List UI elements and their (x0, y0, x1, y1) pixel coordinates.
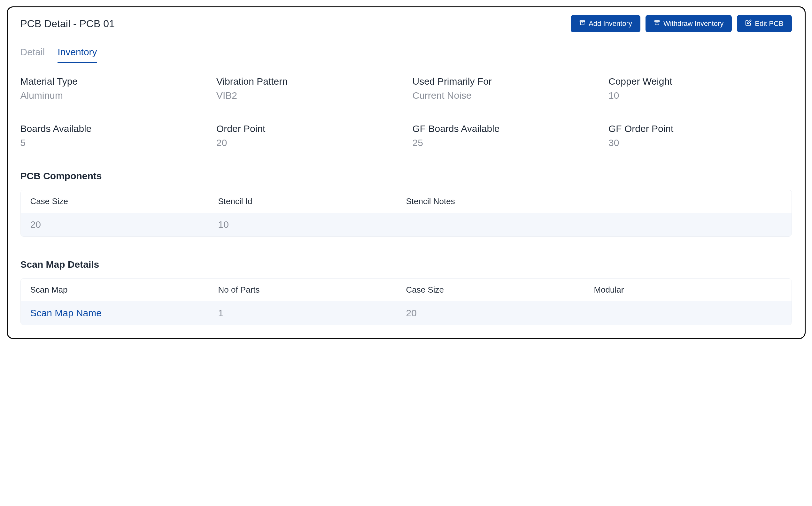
svg-rect-0 (580, 20, 585, 21)
th-scan-map: Scan Map (30, 285, 218, 295)
field-gf-order-point: GF Order Point 30 (608, 123, 792, 148)
table-header: Scan Map No of Parts Case Size Modular (21, 278, 792, 301)
td-stencil-id: 10 (218, 219, 406, 230)
page-title: PCB Detail - PCB 01 (20, 18, 115, 30)
th-stencil-id: Stencil Id (218, 196, 406, 206)
field-value: 5 (20, 137, 204, 148)
field-boards-available: Boards Available 5 (20, 123, 204, 148)
field-label: GF Order Point (608, 123, 792, 134)
table-row: Scan Map Name 1 20 (21, 301, 792, 325)
table-row: 20 10 (21, 213, 792, 236)
th-stencil-notes: Stencil Notes (406, 196, 782, 206)
scan-map-title: Scan Map Details (20, 259, 792, 270)
field-vibration-pattern: Vibration Pattern VIB2 (216, 76, 400, 101)
archive-box-icon (579, 19, 585, 28)
field-label: Material Type (20, 76, 204, 87)
field-label: Vibration Pattern (216, 76, 400, 87)
field-gf-boards-available: GF Boards Available 25 (413, 123, 596, 148)
header: PCB Detail - PCB 01 Add Inventory Withdr… (8, 7, 805, 40)
field-value: 30 (608, 137, 792, 148)
field-value: Current Noise (413, 90, 596, 101)
svg-rect-2 (654, 20, 659, 21)
table-header: Case Size Stencil Id Stencil Notes (21, 190, 792, 213)
field-label: Copper Weight (608, 76, 792, 87)
field-order-point: Order Point 20 (216, 123, 400, 148)
edit-pcb-button[interactable]: Edit PCB (737, 15, 792, 32)
td-no-of-parts: 1 (218, 308, 406, 319)
pcb-detail-card: PCB Detail - PCB 01 Add Inventory Withdr… (7, 6, 806, 339)
field-value: 25 (413, 137, 596, 148)
th-modular: Modular (594, 285, 782, 295)
withdraw-inventory-label: Withdraw Inventory (663, 19, 724, 28)
add-inventory-label: Add Inventory (589, 19, 632, 28)
td-case-size: 20 (406, 308, 594, 319)
field-copper-weight: Copper Weight 10 (608, 76, 792, 101)
field-value: VIB2 (216, 90, 400, 101)
edit-pcb-label: Edit PCB (755, 19, 783, 28)
components-title: PCB Components (20, 171, 792, 181)
field-label: Order Point (216, 123, 400, 134)
field-label: Boards Available (20, 123, 204, 134)
edit-icon (745, 19, 752, 28)
th-case-size: Case Size (30, 196, 218, 206)
field-value: 10 (608, 90, 792, 101)
add-inventory-button[interactable]: Add Inventory (571, 15, 640, 32)
content: Material Type Aluminum Vibration Pattern… (8, 63, 805, 338)
tab-inventory[interactable]: Inventory (58, 47, 97, 63)
archive-box-icon (654, 19, 660, 28)
components-table: Case Size Stencil Id Stencil Notes 20 10 (20, 190, 792, 237)
tabs: Detail Inventory (8, 40, 805, 63)
scan-map-table: Scan Map No of Parts Case Size Modular S… (20, 278, 792, 325)
withdraw-inventory-button[interactable]: Withdraw Inventory (646, 15, 732, 32)
header-actions: Add Inventory Withdraw Inventory Edit PC… (571, 15, 792, 32)
field-label: GF Boards Available (413, 123, 596, 134)
td-case-size: 20 (30, 219, 218, 230)
field-value: 20 (216, 137, 400, 148)
th-no-of-parts: No of Parts (218, 285, 406, 295)
field-material-type: Material Type Aluminum (20, 76, 204, 101)
field-label: Used Primarily For (413, 76, 596, 87)
td-scan-map-link[interactable]: Scan Map Name (30, 308, 218, 319)
fields-grid: Material Type Aluminum Vibration Pattern… (20, 76, 792, 148)
th-case-size: Case Size (406, 285, 594, 295)
field-used-primarily-for: Used Primarily For Current Noise (413, 76, 596, 101)
field-value: Aluminum (20, 90, 204, 101)
tab-detail[interactable]: Detail (20, 47, 45, 63)
